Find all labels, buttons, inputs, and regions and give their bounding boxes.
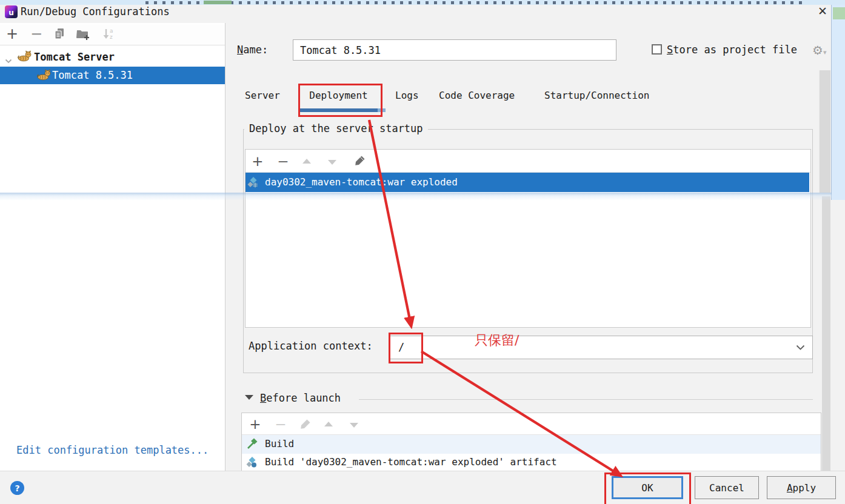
edit-configuration-templates-link[interactable]: Edit configuration templates... <box>16 444 209 456</box>
tab-startup-connection[interactable]: Startup/Connection <box>544 90 649 101</box>
before-launch-move-down-icon[interactable] <box>349 421 359 429</box>
tomcat-icon <box>17 50 32 65</box>
gear-icon[interactable]: ⚙▾ <box>812 43 826 58</box>
deploy-edit-pencil-icon[interactable] <box>353 153 367 168</box>
build-hammer-icon <box>246 438 258 453</box>
remove-configuration-icon[interactable]: − <box>28 25 45 42</box>
before-launch-add-icon[interactable]: + <box>247 415 263 433</box>
tomcat-icon <box>36 69 51 84</box>
before-launch-row-build[interactable]: Build <box>242 435 821 454</box>
before-launch-row-label: Build 'day0302_maven-tomcat:war exploded… <box>265 456 557 468</box>
copy-configuration-icon[interactable] <box>52 27 67 41</box>
artifact-row-label: day0302_maven-tomcat:war exploded <box>265 176 458 188</box>
before-launch-collapse-icon[interactable] <box>245 395 253 400</box>
ok-button[interactable]: OK <box>612 476 683 499</box>
sidebar-toolbar: + − a z <box>0 24 225 45</box>
deployed-artifact-row[interactable]: day0302_maven-tomcat:war exploded <box>245 173 809 192</box>
artifact-icon <box>246 456 258 471</box>
combobox-chevron-down-icon[interactable] <box>796 345 805 351</box>
close-icon[interactable]: ✕ <box>815 3 830 19</box>
tree-item-label: Tomcat Server <box>34 51 115 63</box>
before-launch-title-rule <box>359 399 813 400</box>
store-as-project-file-checkbox[interactable] <box>652 44 662 55</box>
tree-item-label: Tomcat 8.5.31 <box>52 69 133 81</box>
new-folder-icon[interactable] <box>75 27 91 41</box>
selected-tab-underline <box>300 108 378 112</box>
sort-configurations-icon[interactable]: a z <box>101 26 116 42</box>
before-launch-title: Before launch <box>260 392 341 404</box>
deploy-move-down-icon[interactable] <box>327 158 337 167</box>
apply-button[interactable]: Apply <box>767 476 836 499</box>
run-debug-configurations-dialog: u Run/Debug Configurations ✕ + − <box>0 0 845 504</box>
before-launch-remove-icon[interactable]: − <box>273 415 289 433</box>
expander-chevron-icon[interactable] <box>5 55 12 66</box>
application-context-label: Application context: <box>249 340 373 352</box>
tree-item-tomcat-server[interactable]: Tomcat Server <box>0 48 225 67</box>
deploy-add-icon[interactable]: + <box>250 152 266 170</box>
deploy-group-title: Deploy at the server startup <box>244 122 428 134</box>
deploy-move-up-icon[interactable] <box>302 157 312 165</box>
store-as-project-file-label: Store as project file <box>667 44 797 56</box>
top-window-scrollbar[interactable] <box>819 70 830 193</box>
before-launch-move-up-icon[interactable] <box>324 420 333 428</box>
sidebar-divider <box>225 23 225 471</box>
help-icon[interactable]: ? <box>10 481 24 495</box>
svg-text:z: z <box>110 34 113 40</box>
artifact-icon <box>247 176 259 191</box>
before-launch-row-label: Build <box>265 438 294 449</box>
tab-logs[interactable]: Logs <box>395 90 419 101</box>
before-launch-edit-pencil-icon[interactable] <box>298 416 313 432</box>
svg-text:a: a <box>110 28 113 34</box>
background-window-top-strip <box>0 0 845 5</box>
tab-code-coverage[interactable]: Code Coverage <box>439 90 515 101</box>
application-context-value: / <box>398 341 404 353</box>
background-text-artifact <box>145 1 806 4</box>
dialog-scrollbar[interactable] <box>822 196 830 471</box>
top-window-right-edge <box>831 5 832 200</box>
cancel-button[interactable]: Cancel <box>695 476 759 499</box>
application-context-combobox[interactable]: / <box>390 336 813 359</box>
annotation-note-keep-only-slash: 只保留/ <box>475 331 519 350</box>
app-icon: u <box>5 5 18 18</box>
deploy-remove-icon[interactable]: − <box>275 152 291 170</box>
selected-tab-underline-tail <box>378 108 386 112</box>
background-green-artifact <box>204 1 232 4</box>
tree-item-tomcat-8531[interactable]: Tomcat 8.5.31 <box>0 67 225 84</box>
dialog-title: Run/Debug Configurations <box>21 5 170 18</box>
tab-server[interactable]: Server <box>245 90 280 101</box>
tab-deployment[interactable]: Deployment <box>298 90 379 101</box>
name-input[interactable] <box>293 39 616 61</box>
before-launch-row-build-artifact[interactable]: Build 'day0302_maven-tomcat:war exploded… <box>242 454 821 471</box>
background-window-right-strip <box>832 5 845 200</box>
background-green-button <box>833 7 845 19</box>
name-label: Name: <box>237 44 268 56</box>
add-configuration-icon[interactable]: + <box>4 25 21 42</box>
sidebar <box>0 23 225 471</box>
